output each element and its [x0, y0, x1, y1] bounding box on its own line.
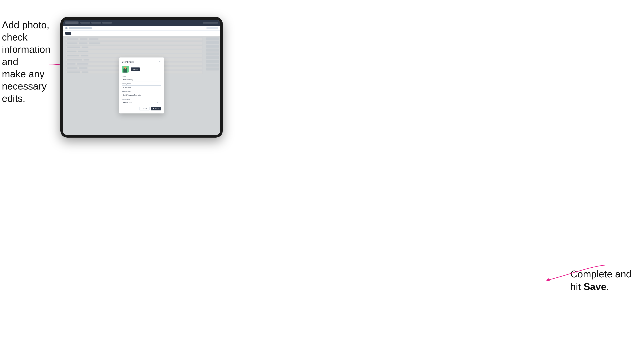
- tablet-screen: User details × Upload Name: [63, 20, 220, 135]
- modal-overlay: User details × Upload Name: [63, 36, 220, 135]
- name-field-group: Name: [122, 75, 161, 81]
- avatar: [122, 66, 129, 73]
- tablet-device: User details × Upload Name: [60, 17, 223, 138]
- email-field-group: Email address: [122, 91, 161, 97]
- name-input[interactable]: [122, 78, 161, 81]
- school-year-clear-button[interactable]: ×: [157, 102, 158, 103]
- app-header: [63, 20, 220, 26]
- school-year-input[interactable]: [122, 101, 161, 104]
- avatar-head: [124, 66, 126, 69]
- nav-item-members: [91, 22, 101, 23]
- subheader-action: [206, 27, 218, 29]
- annotation-right: Complete and hit Save.: [570, 268, 634, 293]
- display-name-input[interactable]: [122, 85, 161, 89]
- modal-close-button[interactable]: ×: [158, 60, 161, 63]
- app-main: User details × Upload Name: [63, 36, 220, 135]
- annotation-left: Add photo, check information and make an…: [2, 19, 62, 105]
- avatar-section: Upload: [122, 66, 161, 73]
- modal-title: User details: [122, 61, 134, 63]
- modal-header: User details ×: [122, 60, 161, 63]
- user-details-modal: User details × Upload Name: [119, 57, 164, 113]
- breadcrumb-icon: [65, 27, 68, 29]
- cancel-button[interactable]: Cancel: [139, 107, 150, 110]
- school-year-field-group: School Year × ⌃: [122, 98, 161, 104]
- school-year-wrapper: × ⌃: [122, 101, 161, 104]
- modal-footer: Cancel ⬆ Save: [122, 107, 161, 110]
- save-icon: ⬆: [153, 108, 154, 109]
- breadcrumb-text: [69, 27, 92, 29]
- app-subheader: [63, 26, 220, 30]
- nav-item-dashboard: [80, 22, 90, 23]
- upload-photo-button[interactable]: Upload: [130, 67, 140, 71]
- save-button[interactable]: ⬆ Save: [150, 107, 161, 110]
- app-nav: [80, 22, 112, 23]
- name-label: Name: [122, 75, 161, 77]
- school-year-dropdown-icon[interactable]: ⌃: [159, 102, 160, 103]
- app-toolbar: [63, 30, 220, 36]
- display-name-field-group: Display name: [122, 83, 161, 89]
- email-input[interactable]: [122, 93, 161, 97]
- nav-item-settings: [102, 22, 112, 23]
- save-label: Save: [155, 108, 159, 110]
- header-right: [203, 22, 218, 23]
- display-name-label: Display name: [122, 83, 161, 85]
- email-label: Email address: [122, 91, 161, 92]
- app-logo: [65, 21, 78, 24]
- school-year-label: School Year: [122, 98, 161, 100]
- toolbar-button: [65, 32, 71, 35]
